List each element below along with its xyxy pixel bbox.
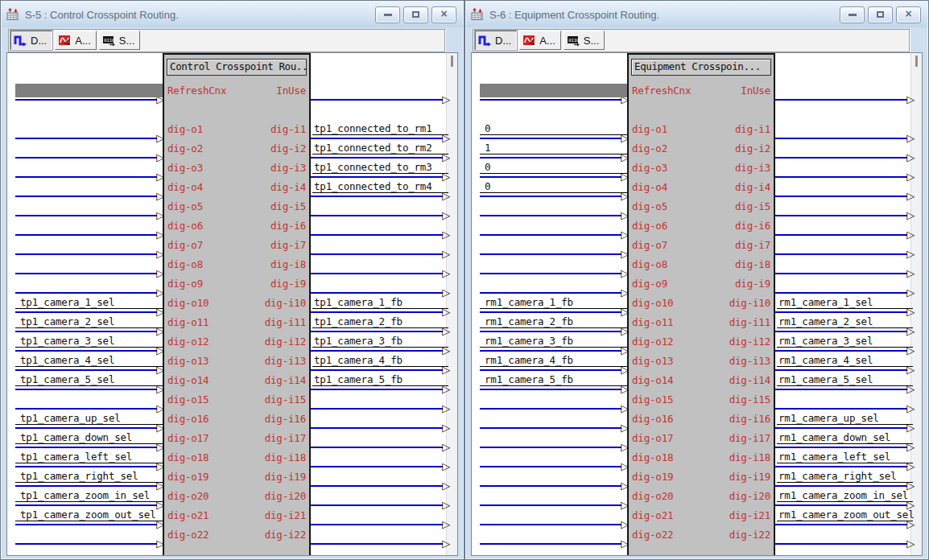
port-label-in[interactable]: dig-i1: [201, 124, 306, 135]
signal-wire[interactable]: [311, 389, 443, 390]
signal-line[interactable]: ▷: [480, 138, 627, 139]
signal-line[interactable]: ▷: [775, 543, 913, 545]
port-label-in[interactable]: dig-i21: [666, 510, 770, 521]
signal-name[interactable]: rm1_camera_4_fb: [480, 354, 627, 367]
maximize-button[interactable]: [868, 6, 893, 23]
signal-name[interactable]: 1: [480, 142, 627, 154]
signal-line[interactable]: ▷: [480, 273, 627, 274]
signal-name[interactable]: rm1_camera_down_sel: [777, 431, 913, 444]
minimize-button[interactable]: [375, 6, 400, 23]
signal-wire[interactable]: [775, 157, 907, 159]
signal-name[interactable]: 0: [480, 161, 627, 174]
signal-wire[interactable]: [775, 524, 907, 525]
signal-line[interactable]: ▷: [15, 273, 163, 274]
signal-line[interactable]: ▷: [480, 331, 627, 332]
signal-wire[interactable]: [480, 273, 621, 274]
signal-wire[interactable]: [775, 331, 907, 332]
signal-name[interactable]: tp1_camera_4_fb: [312, 354, 448, 367]
signal-line[interactable]: ▷: [480, 408, 627, 410]
signal-wire[interactable]: [480, 350, 621, 352]
signal-name[interactable]: tp1_camera_down_sel: [15, 431, 163, 444]
port-label-in[interactable]: dig-i21: [201, 510, 306, 521]
signal-wire[interactable]: [480, 253, 621, 255]
signal-wire[interactable]: [311, 504, 443, 506]
port-label-in[interactable]: dig-i7: [201, 240, 306, 251]
signal-canvas[interactable]: Equipment Crosspoin... RefreshCnxInUse▷▷…: [471, 52, 923, 556]
signal-name[interactable]: rm1_camera_zoom_in_sel: [777, 489, 913, 502]
signal-wire[interactable]: [311, 466, 443, 467]
signal-name[interactable]: [480, 84, 627, 97]
signal-name[interactable]: tp1_camera_3_fb: [312, 335, 448, 348]
signal-line[interactable]: ▷: [480, 176, 627, 178]
port-label-in[interactable]: dig-i16: [666, 414, 770, 425]
signal-wire[interactable]: [775, 196, 907, 197]
signal-name[interactable]: tp1_camera_left_sel: [15, 451, 163, 463]
signal-line[interactable]: ▷: [15, 485, 163, 487]
port-label-in[interactable]: dig-i11: [201, 317, 306, 328]
signal-line[interactable]: ▷: [15, 331, 163, 332]
signal-line[interactable]: ▷: [311, 138, 448, 139]
signal-line[interactable]: ▷: [15, 311, 163, 313]
signal-line[interactable]: ▷: [775, 253, 913, 255]
signal-name[interactable]: tp1_camera_zoom_out_sel: [15, 509, 163, 521]
signal-name[interactable]: tp1_camera_zoom_in_sel: [15, 489, 163, 502]
port-label-in[interactable]: dig-i2: [201, 143, 306, 154]
port-label-in[interactable]: dig-i11: [666, 317, 770, 328]
signal-name[interactable]: tp1_camera_right_sel: [15, 470, 163, 483]
signal-wire[interactable]: [311, 234, 443, 236]
signal-name[interactable]: tp1_connected_to_rm1: [312, 122, 448, 135]
signal-name[interactable]: [15, 84, 163, 97]
titlebar[interactable]: S-6 : Equipment Crosspoint Routing. ×: [466, 2, 927, 27]
signal-wire[interactable]: [311, 408, 443, 410]
signal-wire[interactable]: [311, 485, 443, 487]
port-label-in[interactable]: dig-i18: [201, 452, 306, 463]
signal-wire[interactable]: [775, 138, 907, 139]
signal-wire[interactable]: [775, 273, 907, 274]
signal-line[interactable]: ▷: [775, 427, 913, 429]
signal-line[interactable]: ▷: [311, 369, 448, 371]
signal-line[interactable]: ▷: [15, 350, 163, 352]
minimize-button[interactable]: [840, 6, 865, 23]
signal-line[interactable]: ▷: [480, 447, 627, 448]
serial-signals-button[interactable]: 0110,S...: [99, 31, 141, 50]
signal-line[interactable]: ▷: [311, 234, 448, 236]
port-label-in[interactable]: dig-i14: [201, 375, 306, 386]
signal-line[interactable]: ▷: [480, 543, 627, 545]
signal-wire[interactable]: [480, 311, 621, 313]
signal-wire[interactable]: [15, 157, 157, 159]
signal-line[interactable]: ▷: [311, 543, 448, 545]
signal-line[interactable]: ▷: [775, 447, 913, 448]
signal-line[interactable]: ▷: [15, 234, 163, 236]
signal-wire[interactable]: [15, 350, 157, 352]
signal-line[interactable]: ▷: [15, 157, 163, 159]
port-label-in[interactable]: dig-i22: [201, 529, 306, 541]
port-label-in[interactable]: dig-i8: [201, 259, 306, 270]
signal-wire[interactable]: [480, 504, 621, 506]
signal-line[interactable]: ▷: [480, 215, 627, 216]
port-label-in[interactable]: dig-i22: [666, 529, 770, 541]
signal-wire[interactable]: [775, 504, 907, 506]
signal-line[interactable]: ▷: [775, 466, 913, 467]
signal-name[interactable]: rm1_camera_2_sel: [777, 315, 913, 328]
signal-wire[interactable]: [480, 408, 621, 410]
signal-wire[interactable]: [15, 138, 157, 139]
signal-name[interactable]: tp1_connected_to_rm2: [312, 142, 448, 154]
signal-line[interactable]: ▷: [775, 138, 913, 139]
signal-wire[interactable]: [15, 234, 157, 236]
close-button[interactable]: ×: [431, 6, 456, 23]
signal-line[interactable]: ▷: [15, 369, 163, 371]
signal-wire[interactable]: [775, 543, 907, 545]
signal-wire[interactable]: [311, 176, 443, 178]
port-label-in[interactable]: dig-i15: [201, 394, 306, 406]
signal-wire[interactable]: [480, 157, 621, 159]
signal-line[interactable]: ▷: [311, 504, 448, 506]
signal-wire[interactable]: [15, 215, 157, 216]
port-label-in[interactable]: dig-i20: [666, 491, 770, 502]
port-label-in[interactable]: InUse: [666, 85, 770, 97]
signal-wire[interactable]: [775, 369, 907, 371]
signal-name[interactable]: rm1_camera_1_fb: [480, 296, 627, 309]
signal-line[interactable]: ▷: [311, 99, 448, 101]
signal-wire[interactable]: [15, 331, 157, 332]
signal-wire[interactable]: [311, 196, 443, 197]
signal-wire[interactable]: [480, 427, 621, 429]
